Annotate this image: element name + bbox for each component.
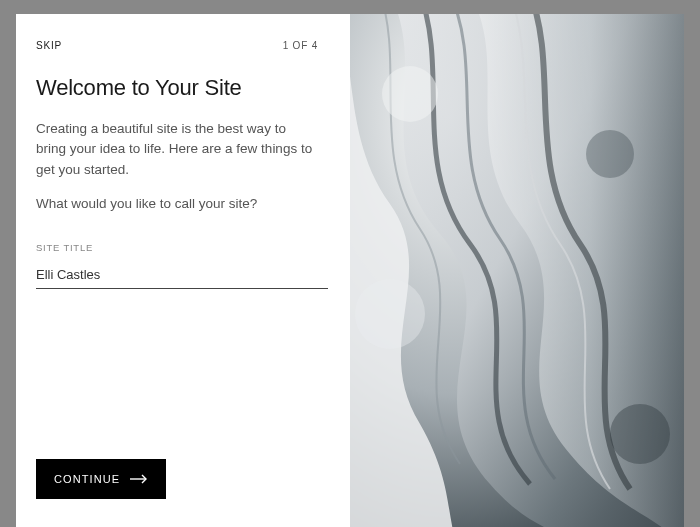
arrow-right-icon xyxy=(130,474,148,484)
svg-point-5 xyxy=(610,404,670,464)
continue-button[interactable]: CONTINUE xyxy=(36,459,166,499)
step-indicator: 1 OF 4 xyxy=(283,40,318,51)
site-title-label: SITE TITLE xyxy=(36,242,318,253)
marble-texture-image xyxy=(350,14,684,527)
decorative-image-panel xyxy=(350,14,684,527)
prompt-text: What would you like to call your site? xyxy=(36,194,318,214)
top-bar: SKIP 1 OF 4 xyxy=(36,40,318,51)
skip-link[interactable]: SKIP xyxy=(36,40,62,51)
svg-point-3 xyxy=(355,279,425,349)
form-panel: SKIP 1 OF 4 Welcome to Your Site Creatin… xyxy=(16,14,350,527)
continue-button-label: CONTINUE xyxy=(54,473,120,485)
svg-point-2 xyxy=(382,66,438,122)
description-text: Creating a beautiful site is the best wa… xyxy=(36,119,318,180)
page-title: Welcome to Your Site xyxy=(36,75,318,101)
svg-point-4 xyxy=(586,130,634,178)
onboarding-modal: SKIP 1 OF 4 Welcome to Your Site Creatin… xyxy=(16,14,684,527)
site-title-input[interactable] xyxy=(36,263,328,289)
